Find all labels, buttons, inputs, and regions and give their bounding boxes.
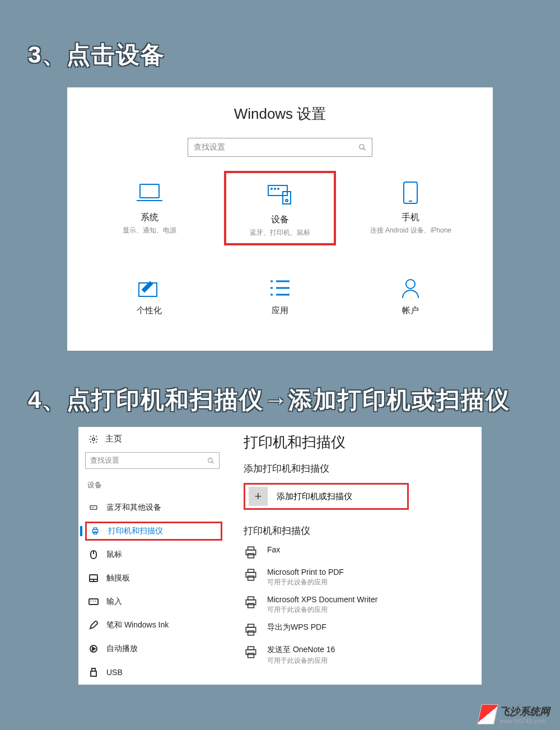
svg-rect-48 (248, 597, 254, 599)
svg-rect-43 (248, 554, 254, 558)
devices-icon (229, 182, 331, 208)
search-placeholder: 查找设置 (90, 455, 119, 466)
printer-name: Microsoft Print to PDF (267, 568, 344, 576)
svg-point-21 (208, 458, 213, 462)
svg-point-8 (274, 188, 276, 189)
sidebar-label: 打印机和扫描仪 (108, 526, 163, 536)
printer-icon (244, 622, 258, 637)
printer-name: 发送至 OneNote 16 (267, 645, 335, 655)
svg-rect-45 (248, 569, 254, 572)
sidebar-label: 输入 (106, 597, 122, 607)
sidebar-item-touchpad[interactable]: 触摸板 (85, 569, 227, 588)
sidebar-item-bluetooth[interactable]: 蓝牙和其他设备 (85, 498, 227, 517)
svg-rect-51 (248, 624, 254, 627)
svg-rect-55 (248, 653, 254, 658)
printer-item[interactable]: Microsoft XPS Document Writer可用于此设备的应用 (244, 595, 465, 615)
printer-icon (244, 595, 258, 610)
svg-line-22 (212, 462, 213, 463)
tile-system[interactable]: 系统 显示、通知、电源 (94, 171, 206, 245)
sidebar-item-mouse[interactable]: 鼠标 (85, 545, 227, 564)
svg-point-20 (92, 438, 95, 440)
svg-rect-27 (94, 528, 96, 529)
tile-sub: 连接 Android 设备、iPhone (357, 226, 464, 235)
step4-heading: 4、点打印机和扫描仪→添加打印机或扫描仪 (28, 362, 560, 416)
search-icon (207, 457, 214, 464)
svg-rect-54 (248, 647, 254, 649)
printer-name: Fax (267, 545, 280, 554)
sidebar-item-autoplay[interactable]: 自动播放 (85, 639, 227, 658)
pen-icon (88, 621, 99, 630)
tile-title: 应用 (227, 305, 333, 316)
devices-settings-panel: 主页 查找设置 设备 蓝牙和其他设备 打印机和扫描仪 鼠标 触摸板 输入 (78, 427, 482, 685)
sidebar-search-input[interactable]: 查找设置 (85, 452, 220, 469)
person-icon (357, 276, 464, 300)
svg-rect-49 (248, 603, 254, 608)
search-placeholder: 查找设置 (194, 142, 225, 152)
tile-title: 手机 (357, 212, 464, 224)
svg-rect-4 (268, 185, 287, 196)
add-printer-button[interactable]: + 添加打印机或扫描仪 (244, 483, 409, 510)
printer-item[interactable]: 导出为WPS PDF (244, 622, 465, 637)
sidebar-label: 自动播放 (106, 644, 138, 654)
laptop-icon (96, 179, 203, 206)
svg-rect-52 (248, 631, 254, 635)
settings-tiles-row2: 个性化 应用 帐户 (73, 268, 487, 324)
svg-rect-10 (404, 182, 417, 203)
windows-settings-panel: Windows 设置 查找设置 系统 显示、通知、电源 设备 蓝牙、打印机、鼠标… (67, 87, 493, 351)
sidebar-label: 笔和 Windows Ink (106, 620, 169, 630)
main-title: 打印机和扫描仪 (244, 433, 465, 452)
sidebar-label: 蓝牙和其他设备 (106, 503, 161, 513)
tile-title: 系统 (96, 212, 203, 224)
watermark-name: 飞沙系统网 (500, 705, 550, 718)
printer-item[interactable]: 发送至 OneNote 16可用于此设备的应用 (244, 645, 465, 666)
tile-title: 个性化 (96, 305, 203, 316)
printer-name: Microsoft XPS Document Writer (267, 595, 377, 604)
keyboard-icon (88, 598, 99, 605)
bluetooth-icon (88, 503, 99, 512)
svg-point-6 (286, 199, 288, 202)
mouse-icon (88, 550, 99, 560)
settings-title: Windows 设置 (73, 104, 487, 124)
tile-accounts[interactable]: 帐户 (354, 268, 466, 324)
sidebar-item-typing[interactable]: 输入 (85, 592, 227, 611)
svg-point-19 (406, 280, 415, 289)
tile-phone[interactable]: 手机 连接 Android 设备、iPhone (354, 171, 466, 245)
step3-heading: 3、点击设备 (28, 0, 560, 71)
svg-point-7 (271, 188, 272, 189)
svg-rect-2 (140, 184, 159, 198)
sidebar-item-printers[interactable]: 打印机和扫描仪 (85, 522, 222, 541)
svg-rect-46 (248, 576, 254, 580)
sidebar-label: USB (106, 668, 123, 677)
add-section-title: 添加打印机和扫描仪 (244, 462, 465, 475)
printer-sub: 可用于此设备的应用 (267, 656, 335, 666)
sidebar-label: 触摸板 (106, 573, 130, 583)
home-link[interactable]: 主页 (85, 434, 227, 444)
watermark-logo-icon (477, 704, 498, 724)
printer-item[interactable]: Fax (244, 545, 465, 560)
svg-rect-40 (91, 671, 96, 676)
sidebar-item-usb[interactable]: USB (85, 663, 227, 682)
home-label: 主页 (105, 434, 122, 444)
add-label: 添加打印机或扫描仪 (277, 491, 352, 502)
printer-icon (244, 645, 258, 659)
tile-title: 设备 (229, 214, 331, 226)
printer-item[interactable]: Microsoft Print to PDF可用于此设备的应用 (244, 568, 465, 587)
usb-icon (88, 668, 99, 677)
printers-list-title: 打印机和扫描仪 (244, 524, 465, 537)
sidebar-item-pen[interactable]: 笔和 Windows Ink (85, 616, 227, 635)
tile-personalization[interactable]: 个性化 (94, 268, 206, 324)
tile-title: 帐户 (357, 305, 464, 316)
printer-sub: 可用于此设备的应用 (267, 578, 344, 587)
gear-icon (88, 434, 99, 444)
watermark: 飞沙系统网 www.fs0745.com (479, 704, 550, 724)
printer-icon (90, 527, 100, 536)
printer-icon (244, 545, 258, 560)
settings-search-input[interactable]: 查找设置 (188, 138, 372, 157)
printer-sub: 可用于此设备的应用 (267, 605, 377, 615)
svg-rect-42 (248, 547, 254, 550)
autoplay-icon (88, 644, 99, 653)
tile-apps[interactable]: 应用 (224, 268, 336, 324)
printer-icon (244, 568, 258, 582)
plus-icon: + (249, 487, 268, 506)
tile-devices[interactable]: 设备 蓝牙、打印机、鼠标 (224, 171, 336, 245)
